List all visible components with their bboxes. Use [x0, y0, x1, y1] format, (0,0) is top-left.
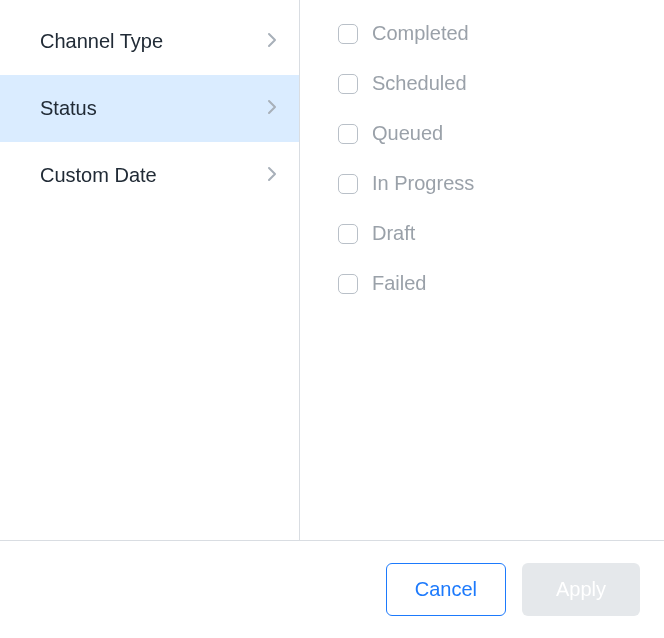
filter-category-sidebar: Channel Type Status Custom Date — [0, 0, 300, 540]
sidebar-item-label: Custom Date — [40, 164, 157, 187]
checkbox-in-progress[interactable] — [338, 174, 358, 194]
filter-panel-body: Channel Type Status Custom Date Complete… — [0, 0, 664, 540]
chevron-right-icon — [267, 166, 277, 185]
cancel-button[interactable]: Cancel — [386, 563, 506, 616]
option-scheduled[interactable]: Scheduled — [338, 72, 640, 95]
sidebar-item-channel-type[interactable]: Channel Type — [0, 8, 299, 75]
option-label: Failed — [372, 272, 426, 295]
chevron-right-icon — [267, 32, 277, 51]
option-label: Draft — [372, 222, 415, 245]
option-queued[interactable]: Queued — [338, 122, 640, 145]
sidebar-item-status[interactable]: Status — [0, 75, 299, 142]
checkbox-scheduled[interactable] — [338, 74, 358, 94]
option-completed[interactable]: Completed — [338, 22, 640, 45]
filter-panel-footer: Cancel Apply — [0, 540, 664, 638]
option-draft[interactable]: Draft — [338, 222, 640, 245]
option-in-progress[interactable]: In Progress — [338, 172, 640, 195]
checkbox-draft[interactable] — [338, 224, 358, 244]
apply-button[interactable]: Apply — [522, 563, 640, 616]
option-label: In Progress — [372, 172, 474, 195]
checkbox-failed[interactable] — [338, 274, 358, 294]
option-label: Completed — [372, 22, 469, 45]
option-failed[interactable]: Failed — [338, 272, 640, 295]
chevron-right-icon — [267, 99, 277, 118]
option-label: Scheduled — [372, 72, 467, 95]
checkbox-completed[interactable] — [338, 24, 358, 44]
sidebar-item-label: Channel Type — [40, 30, 163, 53]
sidebar-item-label: Status — [40, 97, 97, 120]
sidebar-item-custom-date[interactable]: Custom Date — [0, 142, 299, 209]
status-options-list: Completed Scheduled Queued In Progress D… — [300, 0, 664, 540]
option-label: Queued — [372, 122, 443, 145]
checkbox-queued[interactable] — [338, 124, 358, 144]
